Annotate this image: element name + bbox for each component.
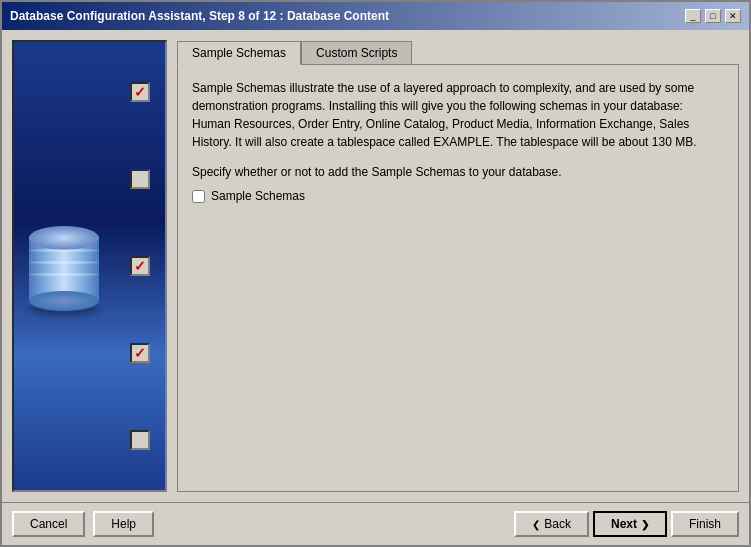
left-checkbox-5[interactable] xyxy=(130,430,150,450)
minimize-button[interactable]: _ xyxy=(685,9,701,23)
main-window: Database Configuration Assistant, Step 8… xyxy=(0,0,751,547)
sample-schemas-label: Sample Schemas xyxy=(211,189,305,203)
left-checkbox-4[interactable] xyxy=(130,343,150,363)
help-button[interactable]: Help xyxy=(93,511,154,537)
tab-bar: Sample Schemas Custom Scripts xyxy=(177,40,739,64)
maximize-button[interactable]: □ xyxy=(705,9,721,23)
finish-button[interactable]: Finish xyxy=(671,511,739,537)
database-icon xyxy=(24,221,104,311)
description-text: Sample Schemas illustrate the use of a l… xyxy=(192,79,724,151)
footer-left-buttons: Cancel Help xyxy=(12,511,154,537)
back-button[interactable]: ❮ Back xyxy=(514,511,589,537)
title-bar: Database Configuration Assistant, Step 8… xyxy=(2,2,749,30)
next-button[interactable]: Next ❯ xyxy=(593,511,667,537)
back-arrow-icon: ❮ xyxy=(532,519,540,530)
tab-content-area: Sample Schemas illustrate the use of a l… xyxy=(177,64,739,492)
next-arrow-icon: ❯ xyxy=(641,519,649,530)
cancel-button[interactable]: Cancel xyxy=(12,511,85,537)
left-checkbox-2[interactable] xyxy=(130,169,150,189)
sample-schemas-checkbox[interactable] xyxy=(192,190,205,203)
window-title: Database Configuration Assistant, Step 8… xyxy=(10,9,389,23)
left-panel xyxy=(12,40,167,492)
window-controls: _ □ ✕ xyxy=(685,9,741,23)
tab-sample-schemas[interactable]: Sample Schemas xyxy=(177,41,301,65)
footer-right-buttons: ❮ Back Next ❯ Finish xyxy=(514,511,739,537)
content-area: Sample Schemas Custom Scripts Sample Sch… xyxy=(2,30,749,502)
footer: Cancel Help ❮ Back Next ❯ Finish xyxy=(2,502,749,545)
specify-text: Specify whether or not to add the Sample… xyxy=(192,165,724,179)
sample-schemas-row: Sample Schemas xyxy=(192,189,724,203)
right-panel: Sample Schemas Custom Scripts Sample Sch… xyxy=(177,40,739,492)
tab-custom-scripts[interactable]: Custom Scripts xyxy=(301,41,412,65)
left-checkbox-3[interactable] xyxy=(130,256,150,276)
close-button[interactable]: ✕ xyxy=(725,9,741,23)
left-checkbox-1[interactable] xyxy=(130,82,150,102)
